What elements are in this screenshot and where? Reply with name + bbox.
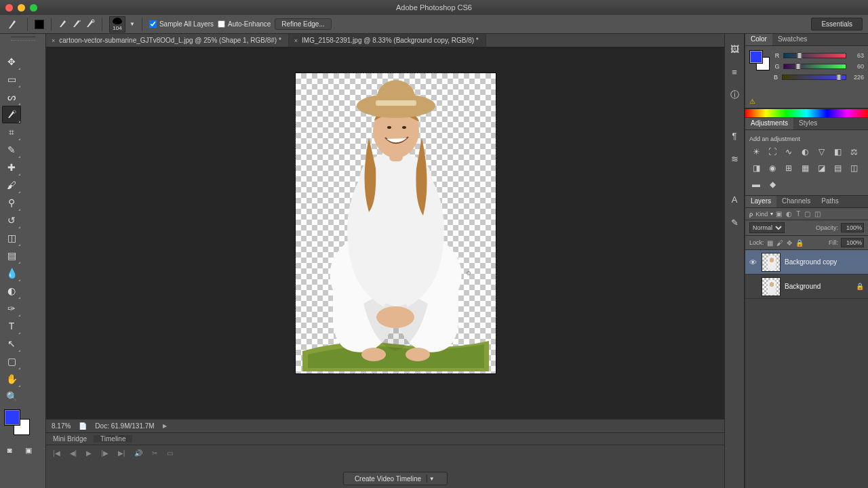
- timeline-next-frame-icon[interactable]: |▶: [101, 449, 108, 457]
- layer-thumbnail[interactable]: [762, 277, 781, 296]
- sample-all-layers-checkbox[interactable]: Sample All Layers: [149, 20, 214, 28]
- posterize-icon[interactable]: ▤: [832, 163, 843, 174]
- opacity-input[interactable]: [841, 223, 864, 232]
- auto-enhance-checkbox[interactable]: Auto-Enhance: [218, 20, 271, 28]
- timeline-audio-icon[interactable]: 🔊: [134, 449, 142, 457]
- blend-mode-select[interactable]: Normal: [749, 222, 785, 233]
- document-tab[interactable]: × IMG_2158-2391.jpg @ 8.33% (Background …: [289, 34, 486, 47]
- levels-icon[interactable]: ⛶: [767, 146, 778, 157]
- filter-kind-icon[interactable]: ρ: [749, 211, 753, 218]
- move-tool-icon[interactable]: ✥: [2, 53, 21, 70]
- gamut-warning-icon[interactable]: ⚠: [749, 98, 755, 105]
- color-balance-icon[interactable]: ⚖: [848, 146, 859, 157]
- filter-pixel-icon[interactable]: ▣: [776, 210, 782, 218]
- chevron-down-icon[interactable]: ▾: [770, 211, 773, 217]
- tab-styles[interactable]: Styles: [793, 118, 823, 129]
- vibrance-icon[interactable]: ▽: [816, 146, 827, 157]
- channel-mixer-icon[interactable]: ⊞: [783, 163, 794, 174]
- blur-tool-icon[interactable]: 💧: [2, 264, 21, 282]
- eyedropper-tool-icon[interactable]: ✎: [2, 141, 21, 159]
- selective-color-icon[interactable]: ◆: [767, 179, 778, 190]
- timeline-split-icon[interactable]: ✂: [152, 449, 157, 457]
- layer-thumbnail[interactable]: [762, 253, 781, 272]
- actions-panel-icon[interactable]: ≡: [728, 65, 741, 79]
- brush-subtract-icon[interactable]: [72, 19, 81, 30]
- hand-tool-icon[interactable]: ✋: [2, 370, 21, 388]
- zoom-tool-icon[interactable]: 🔍: [2, 388, 21, 405]
- create-video-timeline-button[interactable]: Create Video Timeline ▼: [343, 472, 448, 485]
- crop-tool-icon[interactable]: ⌗: [2, 123, 21, 141]
- brush-tool-icon[interactable]: 🖌: [2, 176, 21, 194]
- pen-tool-icon[interactable]: ✑: [2, 300, 21, 317]
- current-tool-icon[interactable]: [5, 17, 20, 32]
- threshold-icon[interactable]: ◫: [848, 163, 859, 174]
- color-slider[interactable]: [783, 64, 846, 69]
- lock-transparency-icon[interactable]: ▦: [767, 239, 773, 247]
- workspace-switcher[interactable]: Essentials: [811, 18, 863, 30]
- filter-smart-icon[interactable]: ◫: [814, 210, 821, 218]
- tab-adjustments[interactable]: Adjustments: [745, 118, 793, 129]
- tab-color[interactable]: Color: [745, 34, 772, 45]
- foreground-color-swatch[interactable]: [4, 409, 20, 426]
- filter-adjust-icon[interactable]: ◐: [786, 210, 792, 218]
- eraser-tool-icon[interactable]: ◫: [2, 229, 21, 247]
- brush-preset-picker[interactable]: 104: [109, 16, 125, 33]
- zoom-level[interactable]: 8.17%: [52, 422, 71, 430]
- timeline-prev-frame-icon[interactable]: ◀|: [70, 449, 77, 457]
- screen-mode-icon[interactable]: ▣: [21, 443, 36, 457]
- fill-input[interactable]: [841, 238, 864, 247]
- tab-paths[interactable]: Paths: [816, 196, 844, 207]
- color-lookup-icon[interactable]: ▦: [800, 163, 810, 174]
- history-panel-icon[interactable]: 🖼: [728, 42, 741, 56]
- canvas[interactable]: [46, 47, 745, 419]
- layer-name[interactable]: Background copy: [785, 258, 852, 266]
- layer-row[interactable]: 👁 Background copy: [745, 250, 868, 274]
- brush-panel-icon[interactable]: ✎: [728, 216, 741, 229]
- document-tab[interactable]: × cartoon-vector-submarine_GJTv8OOd_L.jp…: [46, 34, 289, 47]
- lock-position-icon[interactable]: ✥: [787, 239, 792, 247]
- gradient-tool-icon[interactable]: ▤: [2, 247, 21, 264]
- status-menu-icon[interactable]: 📄: [79, 422, 87, 430]
- brightness-contrast-icon[interactable]: ☀: [751, 146, 762, 157]
- layer-row[interactable]: Background 🔒: [745, 274, 868, 299]
- timeline-transition-icon[interactable]: ▭: [167, 449, 173, 457]
- refine-edge-button[interactable]: Refine Edge...: [275, 18, 331, 30]
- path-selection-tool-icon[interactable]: ↖: [2, 335, 21, 352]
- exposure-icon[interactable]: ◐: [800, 146, 810, 157]
- tab-swatches[interactable]: Swatches: [772, 34, 812, 45]
- properties-panel-icon[interactable]: ⓘ: [728, 88, 741, 102]
- filter-shape-icon[interactable]: ▢: [804, 210, 810, 218]
- close-tab-icon[interactable]: ×: [294, 37, 298, 44]
- type-panel-icon[interactable]: A: [728, 192, 741, 206]
- fg-color-swatch[interactable]: [749, 50, 763, 64]
- bw-icon[interactable]: ◨: [751, 163, 762, 174]
- hue-sat-icon[interactable]: ◧: [832, 146, 843, 157]
- invert-icon[interactable]: ◪: [816, 163, 827, 174]
- color-slider[interactable]: [783, 53, 846, 58]
- selection-tool-icon[interactable]: ▭: [2, 70, 21, 88]
- gradient-map-icon[interactable]: ▬: [751, 179, 762, 190]
- tab-channels[interactable]: Channels: [776, 196, 816, 207]
- timeline-play-icon[interactable]: ▶: [86, 449, 92, 457]
- quick-selection-tool-icon[interactable]: [2, 106, 21, 123]
- close-tab-icon[interactable]: ×: [52, 37, 55, 44]
- timeline-last-frame-icon[interactable]: ▶|: [118, 449, 125, 457]
- brush-refine-icon[interactable]: [85, 19, 95, 30]
- tab-layers[interactable]: Layers: [745, 196, 776, 207]
- quick-mask-icon[interactable]: ◙: [2, 443, 17, 457]
- lock-all-icon[interactable]: 🔒: [795, 239, 804, 247]
- mode-add-icon[interactable]: [35, 20, 44, 29]
- photo-filter-icon[interactable]: ◉: [767, 163, 778, 174]
- lock-pixels-icon[interactable]: 🖌: [776, 239, 783, 247]
- brush-add-icon[interactable]: [58, 19, 68, 30]
- visibility-toggle-icon[interactable]: 👁: [748, 258, 757, 266]
- character-panel-icon[interactable]: ¶: [728, 129, 741, 142]
- clone-stamp-tool-icon[interactable]: ⚲: [2, 194, 21, 211]
- curves-icon[interactable]: ∿: [783, 146, 794, 157]
- layer-name[interactable]: Background: [785, 283, 852, 290]
- color-slider[interactable]: [782, 75, 846, 80]
- lasso-tool-icon[interactable]: ᔕ: [2, 88, 21, 106]
- color-spectrum[interactable]: [745, 108, 868, 118]
- type-tool-icon[interactable]: T: [2, 317, 21, 335]
- paragraph-panel-icon[interactable]: ≋: [728, 152, 741, 165]
